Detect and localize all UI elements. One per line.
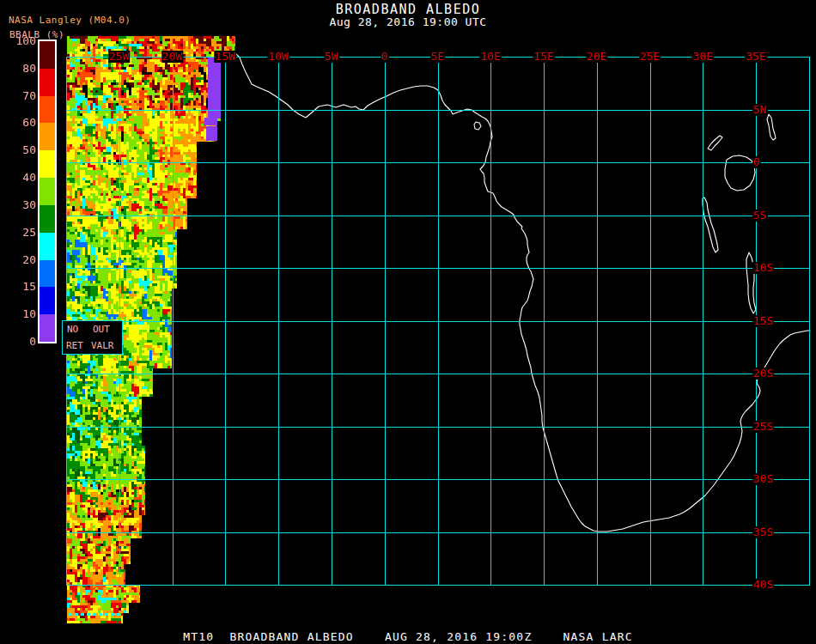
- lon-label-30E: 30E: [692, 51, 714, 63]
- lon-label-10W: 10W: [267, 51, 289, 63]
- legend-cell-out: OUT: [93, 324, 110, 335]
- lon-label-25W: 25W: [108, 51, 130, 63]
- lon-label-20E: 20E: [586, 51, 607, 63]
- lon-label-5E: 5E: [430, 51, 446, 63]
- lon-label-15E: 15E: [533, 51, 554, 63]
- lat-label-10S: 10S: [752, 262, 774, 274]
- legend-box: NO OUT RET VALR: [62, 320, 123, 355]
- lon-label-35E: 35E: [745, 51, 766, 63]
- lat-label-40S: 40S: [752, 579, 774, 591]
- lat-label-35S: 35S: [752, 526, 774, 538]
- lon-label-25E: 25E: [639, 51, 661, 63]
- lat-label-20S: 20S: [752, 368, 774, 380]
- lat-label-30S: 30S: [752, 473, 774, 485]
- lat-label-0: 0: [752, 156, 761, 168]
- legend-cell-valr: VALR: [91, 340, 114, 351]
- lat-label-5N: 5N: [752, 104, 768, 116]
- lon-label-5W: 5W: [324, 51, 339, 63]
- lon-label-15W: 15W: [215, 51, 236, 63]
- lon-label-20W: 20W: [161, 51, 183, 63]
- lon-label-0: 0: [381, 51, 389, 63]
- albedo-map-plot: 25W20W15W10W5W05E10E15E20E25E30E35E5N05S…: [0, 0, 816, 644]
- lat-label-25S: 25S: [752, 421, 774, 433]
- legend-cell-no: NO: [67, 324, 78, 335]
- legend-cell-ret: RET: [66, 340, 83, 351]
- lat-label-15S: 15S: [752, 315, 774, 327]
- lat-label-5S: 5S: [752, 210, 768, 222]
- lon-label-10E: 10E: [480, 51, 502, 63]
